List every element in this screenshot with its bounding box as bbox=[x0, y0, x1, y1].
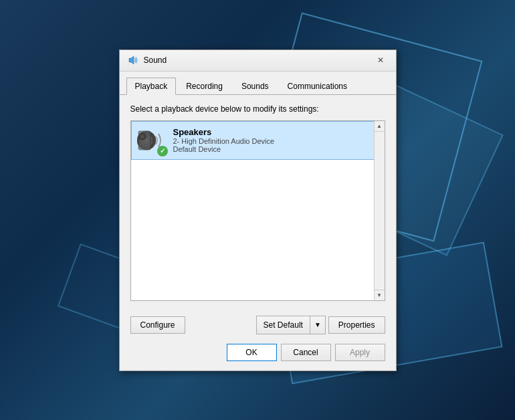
sound-dialog: Sound ✕ Playback Recording Sounds Commun… bbox=[119, 49, 397, 371]
device-info: Speakers 2- High Definition Audio Device… bbox=[173, 127, 369, 153]
set-default-dropdown-arrow[interactable]: ▼ bbox=[310, 316, 325, 334]
device-status: Default Device bbox=[173, 145, 369, 153]
dialog-title: Sound bbox=[144, 56, 167, 65]
device-name: Speakers bbox=[173, 127, 369, 137]
ok-button[interactable]: OK bbox=[227, 344, 277, 361]
cancel-button[interactable]: Cancel bbox=[281, 344, 331, 361]
tabs-container: Playback Recording Sounds Communications bbox=[120, 72, 396, 95]
scrollbar-down-arrow[interactable]: ▼ bbox=[375, 290, 385, 300]
tab-content: Select a playback device below to modify… bbox=[120, 95, 396, 310]
tab-recording[interactable]: Recording bbox=[177, 78, 231, 95]
instruction-text: Select a playback device below to modify… bbox=[130, 104, 385, 114]
apply-button[interactable]: Apply bbox=[335, 344, 385, 361]
set-default-button-group: Set Default ▼ bbox=[256, 316, 326, 334]
dialog-overlay: Sound ✕ Playback Recording Sounds Commun… bbox=[0, 0, 515, 420]
device-row[interactable]: ✓ Speakers 2- High Definition Audio Devi… bbox=[131, 121, 385, 160]
ok-cancel-row: OK Cancel Apply bbox=[120, 340, 396, 371]
tab-sounds[interactable]: Sounds bbox=[233, 78, 278, 95]
list-scrollbar[interactable]: ▲ ▼ bbox=[374, 121, 385, 300]
bottom-buttons-row: Configure Set Default ▼ Properties bbox=[120, 310, 396, 340]
configure-button[interactable]: Configure bbox=[130, 316, 185, 334]
tab-communications[interactable]: Communications bbox=[279, 78, 356, 95]
default-device-checkmark: ✓ bbox=[157, 146, 168, 156]
device-description: 2- High Definition Audio Device bbox=[173, 137, 369, 145]
scrollbar-up-arrow[interactable]: ▲ bbox=[375, 121, 385, 132]
dropdown-arrow-icon: ▼ bbox=[314, 321, 321, 328]
tab-playback[interactable]: Playback bbox=[126, 78, 177, 95]
scrollbar-track: ▲ ▼ bbox=[375, 121, 385, 300]
sound-icon bbox=[128, 55, 138, 66]
close-button[interactable]: ✕ bbox=[373, 53, 388, 68]
title-bar-buttons: ✕ bbox=[373, 53, 388, 68]
title-bar: Sound ✕ bbox=[120, 50, 396, 72]
properties-button[interactable]: Properties bbox=[328, 316, 385, 334]
title-bar-left: Sound bbox=[128, 55, 167, 66]
set-default-button[interactable]: Set Default bbox=[257, 316, 310, 334]
svg-marker-0 bbox=[129, 56, 134, 64]
device-icon-container: ✓ bbox=[137, 126, 167, 155]
device-list[interactable]: ✓ Speakers 2- High Definition Audio Devi… bbox=[130, 120, 385, 301]
svg-point-10 bbox=[141, 135, 143, 137]
